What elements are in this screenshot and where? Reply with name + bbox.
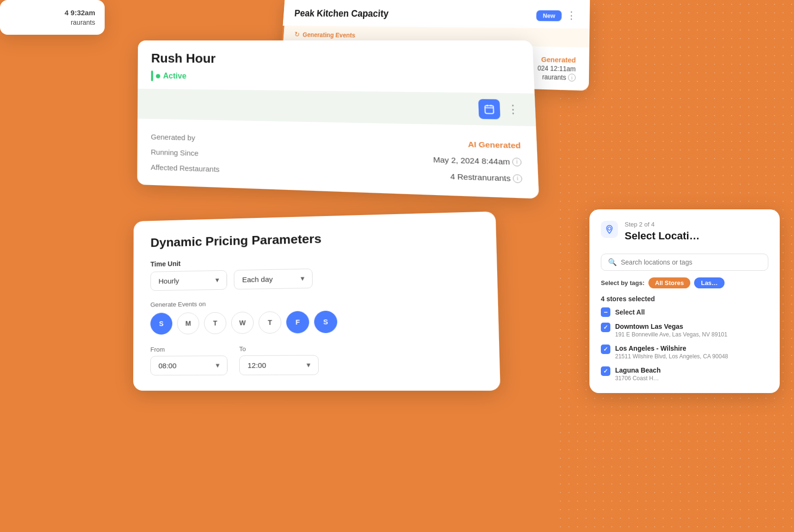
tag-all-stores[interactable]: All Stores — [648, 277, 691, 288]
day-btn-m[interactable]: M — [177, 312, 199, 334]
rush-values: AI Generated May 2, 2024 8:44am i 4 Rest… — [432, 139, 522, 183]
days-row: S M T W T F S — [150, 309, 480, 335]
peak-restaurants: raurants i — [537, 73, 576, 81]
location-name-3: Laguna Beach — [615, 366, 661, 374]
stores-count: 4 stores selected — [601, 295, 768, 303]
select-all-label: Select All — [615, 308, 645, 316]
peak-card-header: Peak Kitchen Capacity New ⋮ — [283, 0, 590, 29]
new-badge: New — [536, 10, 561, 21]
partial-time: 4 9:32am — [10, 9, 95, 17]
location-step-icon — [601, 221, 618, 238]
tags-row: Select by tags: All Stores Las… — [601, 277, 768, 288]
date-info-icon[interactable]: i — [512, 158, 521, 166]
day-btn-s2[interactable]: S — [314, 311, 337, 333]
peak-menu-dots[interactable]: ⋮ — [566, 10, 577, 22]
to-label: To — [239, 345, 319, 353]
location-info-3: Laguna Beach 31706 Coast H… — [615, 366, 661, 382]
location-address-1: 191 E Bonneville Ave, Las Vegas, NV 8910… — [615, 331, 727, 338]
location-search-input[interactable] — [621, 258, 761, 266]
location-checkbox-1[interactable] — [601, 323, 610, 332]
location-info-2: Los Angeles - Wilshire 21511 Wilshire Bl… — [615, 345, 728, 360]
pricing-selects-row: Hourly Daily Weekly ▼ Each day Each week… — [150, 266, 479, 291]
rush-card-header: Rush Hour Active — [137, 40, 534, 93]
location-checkbox-3[interactable] — [601, 366, 610, 376]
location-search-box[interactable]: 🔍 — [601, 254, 768, 271]
pricing-title: Dynamic Pricing Parameters — [150, 227, 477, 250]
select-all-row: Select All — [601, 307, 768, 317]
peak-info-right: Generated 024 12:11am raurants i — [537, 55, 576, 82]
tags-label: Select by tags: — [601, 279, 645, 286]
peak-generated-label: Generated — [538, 55, 576, 64]
rush-menu-dots[interactable]: ⋮ — [507, 102, 520, 116]
pin-icon — [605, 225, 614, 234]
list-item: Laguna Beach 31706 Coast H… — [601, 366, 768, 382]
day-btn-t2[interactable]: T — [258, 311, 281, 334]
generated-by-label: Generated by — [151, 133, 219, 143]
day-btn-f[interactable]: F — [286, 311, 309, 333]
time-row: From 08:00 09:00 ▼ To 12:00 13:00 ▼ — [150, 344, 481, 375]
rush-hour-card: Rush Hour Active ⋮ Generated by Running … — [137, 40, 539, 199]
running-since-label: Running Since — [151, 148, 219, 158]
to-select-wrapper: 12:00 13:00 ▼ — [239, 355, 319, 375]
partial-right-card: 4 9:32am raurants — [0, 0, 105, 35]
rush-date-value: May 2, 2024 8:44am i — [433, 155, 521, 167]
location-checkbox-2[interactable] — [601, 345, 610, 354]
to-time-select[interactable]: 12:00 13:00 — [239, 355, 319, 375]
generate-events-label: Generate Events on — [150, 296, 479, 308]
period-select[interactable]: Each day Each week — [234, 268, 313, 289]
day-btn-w[interactable]: W — [231, 312, 254, 334]
peak-date: 024 12:11am — [538, 64, 576, 73]
ai-generated-label: AI Generated — [432, 139, 521, 150]
location-title: Select Locati… — [625, 230, 700, 242]
svg-rect-0 — [485, 106, 493, 114]
partial-restaurants: raurants — [10, 19, 95, 26]
peak-card-actions: New ⋮ — [536, 10, 577, 22]
svg-point-4 — [608, 227, 611, 230]
generating-text: Generating Events — [303, 31, 356, 39]
from-time-select[interactable]: 08:00 09:00 — [150, 355, 227, 375]
location-list: Downtown Las Vegas 191 E Bonneville Ave,… — [601, 323, 768, 382]
location-name-2: Los Angeles - Wilshire — [615, 345, 728, 352]
generating-icon: ↻ — [294, 30, 300, 38]
calendar-icon — [483, 104, 495, 114]
to-group: To 12:00 13:00 ▼ — [239, 345, 319, 375]
pricing-card: Dynamic Pricing Parameters Time Unit Hou… — [133, 211, 500, 391]
rush-labels: Generated by Running Since Affected Rest… — [151, 133, 220, 174]
from-group: From 08:00 09:00 ▼ — [150, 345, 227, 375]
peak-card-title: Peak Kitchen Capacity — [294, 8, 389, 20]
active-dot — [156, 74, 160, 78]
rush-restaurants-value: 4 Restranurants i — [433, 171, 522, 183]
location-card: Step 2 of 4 Select Locati… 🔍 Select by t… — [589, 209, 780, 393]
location-step: Step 2 of 4 — [625, 221, 700, 228]
search-icon: 🔍 — [608, 258, 617, 266]
day-btn-s1[interactable]: S — [150, 313, 172, 335]
from-label: From — [150, 345, 227, 353]
rush-card-title: Rush Hour — [151, 51, 518, 68]
rush-card-body: Generated by Running Since Affected Rest… — [137, 118, 539, 198]
tag-las[interactable]: Las… — [694, 277, 724, 288]
period-select-wrapper: Each day Each week ▼ — [234, 268, 313, 289]
peak-restaurants-text: raurants — [542, 73, 566, 81]
restaurants-info-icon[interactable]: i — [513, 174, 522, 183]
hourly-select-wrapper: Hourly Daily Weekly ▼ — [150, 270, 227, 291]
location-header-text: Step 2 of 4 Select Locati… — [625, 221, 700, 249]
from-select-wrapper: 08:00 09:00 ▼ — [150, 355, 227, 375]
affected-label: Affected Restaurants — [151, 163, 220, 173]
time-unit-select[interactable]: Hourly Daily Weekly — [150, 270, 227, 291]
active-badge-row: Active — [151, 70, 519, 85]
list-item: Los Angeles - Wilshire 21511 Wilshire Bl… — [601, 345, 768, 360]
active-bar — [151, 70, 153, 81]
day-btn-t1[interactable]: T — [204, 312, 226, 335]
location-address-3: 31706 Coast H… — [615, 375, 661, 382]
calendar-icon-btn[interactable] — [478, 99, 500, 119]
active-text: Active — [163, 72, 186, 81]
peak-info-icon[interactable]: i — [568, 74, 576, 82]
select-all-checkbox[interactable] — [601, 307, 610, 317]
location-address-2: 21511 Wilshire Blvd, Los Angeles, CA 900… — [615, 353, 728, 360]
location-info-1: Downtown Las Vegas 191 E Bonneville Ave,… — [615, 323, 727, 338]
time-unit-label: Time Unit — [150, 254, 478, 268]
location-name-1: Downtown Las Vegas — [615, 323, 727, 330]
list-item: Downtown Las Vegas 191 E Bonneville Ave,… — [601, 323, 768, 338]
